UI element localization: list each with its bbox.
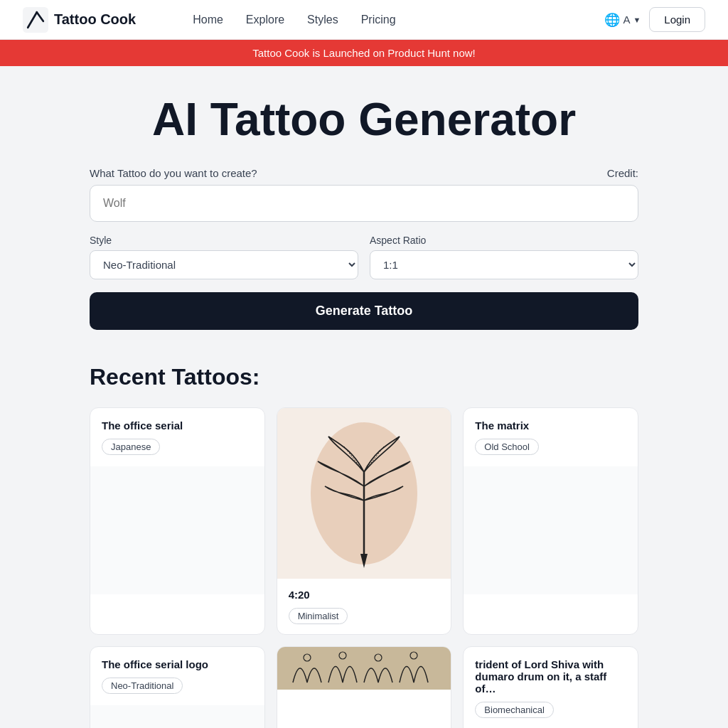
tattoo-card-1-title: The office serial bbox=[102, 419, 253, 432]
lang-icon: 🌐 bbox=[604, 12, 620, 28]
chevron-down-icon: ▼ bbox=[633, 16, 641, 24]
navbar: Tattoo Cook Home Explore Styles Pricing … bbox=[0, 0, 728, 40]
logo-text: Tattoo Cook bbox=[54, 11, 136, 28]
tattoo-card-4-image-placeholder bbox=[90, 705, 264, 728]
tattoo-card-2-title: 4:20 bbox=[289, 589, 440, 601]
tattoo-card-3-image-placeholder bbox=[464, 466, 638, 594]
selects-row: Style Neo-Traditional Traditional Minima… bbox=[90, 235, 638, 279]
prompt-label: What Tattoo do you want to create? bbox=[90, 167, 257, 179]
tattoo-card-2-tag: Minimalist bbox=[289, 608, 348, 624]
nav-styles[interactable]: Styles bbox=[307, 14, 338, 26]
site-logo[interactable]: Tattoo Cook bbox=[23, 7, 136, 33]
tattoo-grid: The office serial Japanese bbox=[90, 407, 638, 728]
tattoo-card-6-title: trident of Lord Shiva with dumaro drum o… bbox=[475, 658, 626, 695]
tattoo-card-6-tag: Biomechanical bbox=[475, 702, 554, 718]
style-group: Style Neo-Traditional Traditional Minima… bbox=[90, 235, 358, 279]
tattoo-card-3-tag: Old School bbox=[475, 439, 539, 455]
thai-tattoo-svg bbox=[279, 647, 449, 690]
nav-right: 🌐 A ▼ Login bbox=[604, 7, 705, 32]
lang-label: A bbox=[623, 14, 630, 26]
style-label: Style bbox=[90, 235, 358, 246]
tattoo-card-1-image-placeholder bbox=[90, 466, 264, 594]
svg-point-8 bbox=[339, 652, 346, 659]
hero-title: AI Tattoo Generator bbox=[90, 95, 638, 144]
aspect-select[interactable]: 1:1 4:3 3:4 16:9 bbox=[370, 250, 638, 279]
form-top-row: What Tattoo do you want to create? Credi… bbox=[90, 167, 638, 179]
tattoo-card-2-image bbox=[277, 408, 451, 579]
tattoo-card-1-tag: Japanese bbox=[102, 439, 160, 455]
svg-rect-0 bbox=[23, 7, 48, 33]
nav-home[interactable]: Home bbox=[193, 14, 223, 26]
svg-point-9 bbox=[375, 654, 382, 661]
aspect-label: Aspect Ratio bbox=[370, 235, 638, 246]
aspect-group: Aspect Ratio 1:1 4:3 3:4 16:9 bbox=[370, 235, 638, 279]
svg-point-7 bbox=[304, 654, 311, 661]
product-hunt-banner: Tattoo Cook is Launched on Product Hunt … bbox=[0, 40, 728, 66]
banner-text: Tattoo Cook is Launched on Product Hunt … bbox=[252, 47, 476, 59]
tattoo-card-4-title: The office serial logo bbox=[102, 658, 253, 670]
tattoo-card-5-image bbox=[277, 647, 451, 690]
tattoo-card-4[interactable]: The office serial logo Neo-Traditional bbox=[90, 646, 265, 728]
recent-title: Recent Tattoos: bbox=[90, 364, 638, 390]
language-button[interactable]: 🌐 A ▼ bbox=[604, 12, 641, 28]
login-button[interactable]: Login bbox=[649, 7, 705, 32]
tattoo-card-2[interactable]: 4:20 Minimalist bbox=[277, 407, 452, 635]
tattoo-card-1[interactable]: The office serial Japanese bbox=[90, 407, 265, 635]
svg-point-10 bbox=[410, 652, 417, 659]
tattoo-card-3-title: The matrix bbox=[475, 419, 626, 432]
credit-label: Credit: bbox=[607, 167, 638, 179]
generate-button[interactable]: Generate Tattoo bbox=[90, 292, 638, 330]
main-content: AI Tattoo Generator What Tattoo do you w… bbox=[73, 66, 655, 728]
leaf-tattoo-svg bbox=[300, 415, 428, 572]
tattoo-prompt-input[interactable] bbox=[90, 185, 638, 222]
nav-explore[interactable]: Explore bbox=[246, 14, 284, 26]
tattoo-card-4-tag: Neo-Traditional bbox=[102, 678, 183, 694]
tattoo-card-6[interactable]: trident of Lord Shiva with dumaro drum o… bbox=[463, 646, 638, 728]
tattoo-card-3[interactable]: The matrix Old School bbox=[463, 407, 638, 635]
logo-icon bbox=[23, 7, 48, 33]
tattoo-card-5[interactable] bbox=[277, 646, 452, 728]
style-select[interactable]: Neo-Traditional Traditional Minimalist J… bbox=[90, 250, 358, 279]
nav-links: Home Explore Styles Pricing bbox=[193, 14, 604, 26]
nav-pricing[interactable]: Pricing bbox=[361, 14, 396, 26]
